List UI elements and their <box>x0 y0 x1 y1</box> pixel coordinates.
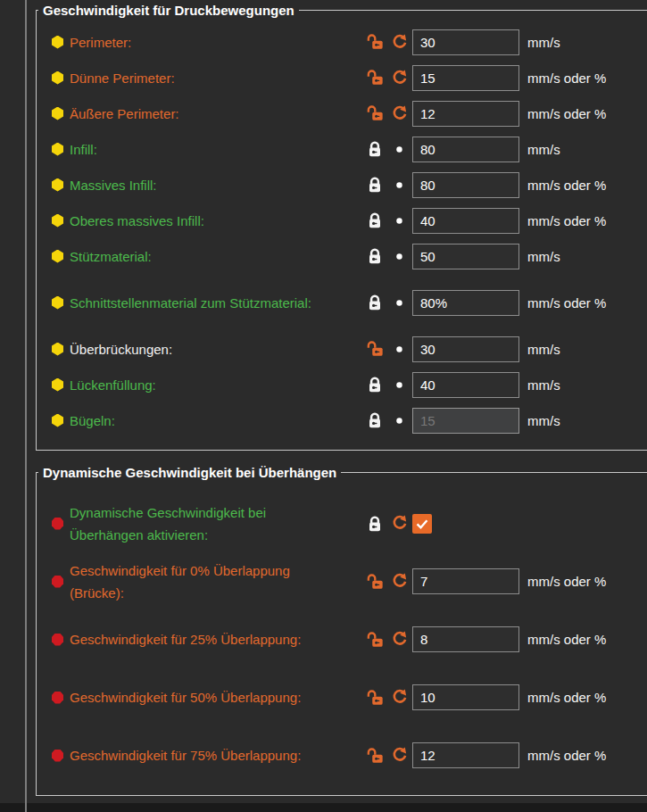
value-input[interactable] <box>412 408 519 434</box>
setting-control-cell <box>412 742 521 768</box>
hexagon-bullet-icon <box>52 250 63 263</box>
panel-divider <box>25 0 27 812</box>
setting-row: Äußere Perimeter: mm/s oder % <box>37 95 647 131</box>
setting-row: Lückenfüllung: mm/s <box>37 367 647 402</box>
setting-label: Äußere Perimeter: <box>70 103 318 125</box>
value-input[interactable] <box>412 336 519 362</box>
setting-label: Dynamische Geschwindigkeit bei Überhänge… <box>70 501 318 546</box>
lock-closed-icon[interactable] <box>366 411 391 429</box>
undo-arrow-icon[interactable] <box>391 70 412 87</box>
lock-closed-icon[interactable] <box>366 211 391 229</box>
value-input[interactable] <box>412 101 519 127</box>
unit-label: mm/s <box>527 377 647 393</box>
hexagon-bullet-icon <box>52 378 63 392</box>
value-input[interactable] <box>412 684 519 710</box>
setting-label: Geschwindigkeit für 25% Überlappung: <box>70 628 318 650</box>
value-input[interactable] <box>412 172 519 198</box>
lock-open-icon[interactable] <box>366 631 391 649</box>
unit-label: mm/s oder % <box>527 70 647 86</box>
setting-label: Geschwindigkeit für 50% Überlappung: <box>70 686 318 708</box>
bottom-panel-edge <box>0 803 647 812</box>
lock-closed-icon[interactable] <box>366 247 391 265</box>
octagon-bullet-icon <box>52 576 63 588</box>
undo-arrow-icon[interactable] <box>391 689 412 706</box>
setting-control-cell <box>412 137 521 162</box>
settings-page: Geschwindigkeit für Druckbewegungen Peri… <box>0 0 647 796</box>
value-input[interactable] <box>412 29 519 55</box>
setting-row: Geschwindigkeit für 0% Überlappung (Brüc… <box>37 552 647 610</box>
enable-checkbox[interactable] <box>412 514 432 534</box>
undo-arrow-icon[interactable] <box>391 515 412 532</box>
setting-row: Geschwindigkeit für 50% Überlappung: mm/… <box>37 668 647 726</box>
setting-row: Massives Infill: mm/s oder % <box>37 167 647 203</box>
undo-arrow-icon[interactable] <box>391 573 412 590</box>
lock-open-icon[interactable] <box>366 104 391 122</box>
setting-row: Dynamische Geschwindigkeit bei Überhänge… <box>37 494 647 552</box>
setting-label: Dünne Perimeter: <box>70 67 318 89</box>
setting-control-cell <box>412 568 521 594</box>
octagon-bullet-icon <box>52 518 63 530</box>
lock-closed-icon[interactable] <box>366 294 391 311</box>
undo-arrow-icon[interactable] <box>391 105 412 122</box>
unit-label: mm/s oder % <box>527 574 647 589</box>
lock-closed-icon[interactable] <box>366 140 391 158</box>
value-input[interactable] <box>412 290 519 316</box>
unit-label: mm/s <box>527 342 647 357</box>
lock-closed-icon[interactable] <box>366 515 391 533</box>
value-input[interactable] <box>412 208 519 234</box>
lock-open-icon[interactable] <box>366 33 391 51</box>
octagon-bullet-icon <box>52 634 63 646</box>
value-input[interactable] <box>412 244 519 269</box>
setting-label: Stützmaterial: <box>70 245 318 268</box>
undo-arrow-icon[interactable] <box>391 747 412 764</box>
print-speed-rows: Perimeter: mm/s Dünne Perimeter: mm/s od… <box>37 24 647 438</box>
dot-icon <box>391 412 412 429</box>
setting-control-cell <box>412 101 521 127</box>
hexagon-bullet-icon <box>52 214 63 228</box>
setting-label: Massives Infill: <box>70 174 318 196</box>
undo-arrow-icon[interactable] <box>391 631 412 648</box>
setting-label: Überbrückungen: <box>70 338 318 360</box>
lock-open-icon[interactable] <box>366 573 391 591</box>
value-input[interactable] <box>412 742 519 768</box>
value-input[interactable] <box>412 372 519 398</box>
setting-control-cell <box>412 290 521 316</box>
hexagon-bullet-icon <box>52 71 63 85</box>
undo-arrow-icon[interactable] <box>391 34 412 51</box>
setting-row: Oberes massives Infill: mm/s oder % <box>37 203 647 238</box>
lock-closed-icon[interactable] <box>366 176 391 194</box>
hexagon-bullet-icon <box>52 36 63 49</box>
unit-label: mm/s oder % <box>527 632 647 647</box>
dot-icon <box>391 212 412 229</box>
setting-control-cell <box>412 65 521 91</box>
lock-open-icon[interactable] <box>366 689 391 707</box>
setting-label: Schnittstellenmaterial zum Stützmaterial… <box>70 292 318 314</box>
setting-control-cell <box>412 29 521 55</box>
setting-label: Geschwindigkeit für 0% Überlappung (Brüc… <box>70 559 318 604</box>
value-input[interactable] <box>412 568 519 594</box>
lock-closed-icon[interactable] <box>366 376 391 394</box>
lock-open-icon[interactable] <box>366 340 391 358</box>
value-input[interactable] <box>412 65 519 91</box>
setting-control-cell <box>412 514 521 534</box>
unit-label: mm/s oder % <box>527 748 647 763</box>
value-input[interactable] <box>412 137 519 162</box>
unit-label: mm/s oder % <box>527 295 647 311</box>
value-input[interactable] <box>412 626 519 652</box>
print-speed-group: Geschwindigkeit für Druckbewegungen Peri… <box>36 2 647 451</box>
dot-icon <box>391 248 412 265</box>
setting-label: Infill: <box>70 138 318 161</box>
setting-row: Stützmaterial: mm/s <box>37 238 647 274</box>
unit-label: mm/s <box>527 35 647 50</box>
setting-control-cell <box>412 208 521 234</box>
setting-control-cell <box>412 172 521 198</box>
lock-open-icon[interactable] <box>366 69 391 87</box>
setting-row: Bügeln: mm/s <box>37 402 647 438</box>
setting-row: Infill: mm/s <box>37 131 647 167</box>
lock-open-icon[interactable] <box>366 747 391 765</box>
unit-label: mm/s oder % <box>527 690 647 705</box>
setting-label: Oberes massives Infill: <box>70 210 318 232</box>
setting-label: Geschwindigkeit für 75% Überlappung: <box>70 744 318 766</box>
setting-control-cell <box>412 408 521 434</box>
unit-label: mm/s <box>527 142 647 157</box>
